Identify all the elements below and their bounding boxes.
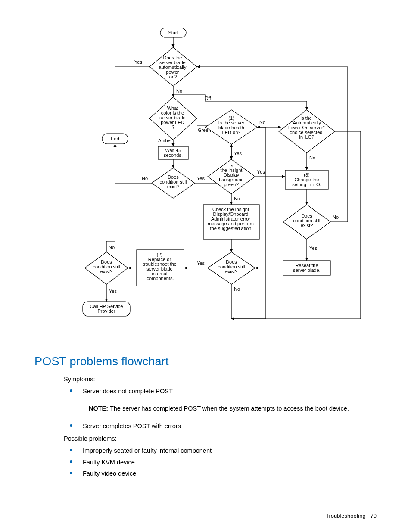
body-text: Symptoms: Server does not complete POST … (64, 374, 377, 479)
svg-text:Yes: Yes (197, 261, 205, 266)
possible-item: Improperly seated or faulty internal com… (64, 446, 377, 455)
symptom-item: Server completes POST with errors (64, 421, 377, 431)
note-box: NOTE: The server has completed POST when… (86, 400, 377, 417)
node-reseat: Reseat theserver blade. (293, 263, 321, 273)
note-text: The server has completed POST when the s… (108, 405, 349, 412)
flowchart: .box{fill:#fff;stroke:#000;stroke-width:… (42, 26, 369, 345)
node-end: End (111, 136, 119, 141)
svg-text:Off: Off (205, 96, 211, 101)
possible-item: Faulty KVM device (64, 457, 377, 467)
svg-text:Yes: Yes (134, 59, 142, 65)
document-page: .box{fill:#fff;stroke:#000;stroke-width:… (0, 0, 411, 532)
symptom-item: Server does not complete POST (64, 386, 377, 396)
footer-section: Troubleshooting (326, 513, 366, 519)
svg-text:No: No (109, 245, 115, 250)
svg-text:Yes: Yes (257, 169, 265, 174)
svg-text:Yes: Yes (109, 289, 117, 294)
svg-text:No: No (176, 88, 182, 93)
possible-item: Faulty video device (64, 469, 377, 478)
note-label: NOTE: (89, 405, 108, 412)
svg-text:No: No (333, 215, 339, 220)
symptoms-label: Symptoms: (64, 374, 377, 384)
svg-text:Amber: Amber (158, 138, 172, 143)
node-wait45: Wait 45seconds. (164, 148, 183, 158)
svg-text:No: No (234, 286, 240, 292)
svg-text:No: No (259, 120, 265, 125)
node-start: Start (168, 30, 178, 35)
section-heading: POST problems flowchart (34, 355, 377, 368)
node-check-insight: Check the Insight Display/Onboard Admini… (208, 207, 255, 231)
svg-text:Yes: Yes (309, 246, 317, 251)
footer-page: 70 (371, 513, 377, 519)
svg-text:Yes: Yes (234, 151, 242, 156)
svg-text:No: No (234, 196, 240, 201)
page-footer: Troubleshooting 70 (326, 513, 377, 519)
svg-text:No: No (309, 155, 315, 160)
svg-text:No: No (142, 176, 148, 181)
svg-text:Yes: Yes (197, 176, 205, 181)
possible-label: Possible problems: (64, 434, 377, 443)
